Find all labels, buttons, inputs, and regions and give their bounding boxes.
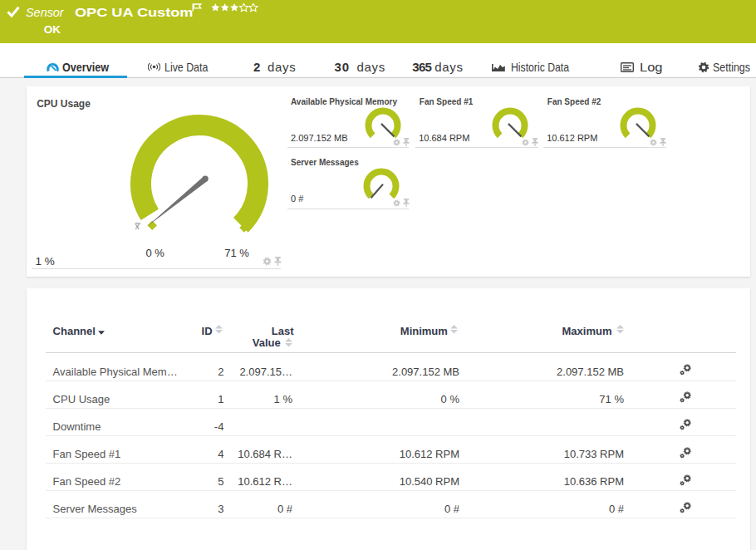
svg-text:x: x — [135, 221, 140, 231]
